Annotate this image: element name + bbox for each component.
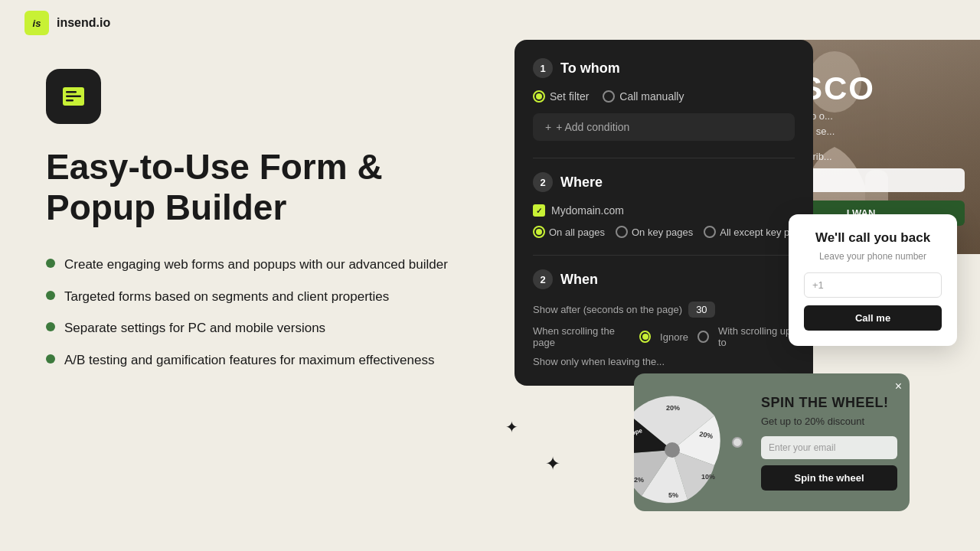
list-item: Create engaging web forms and popups wit… — [46, 256, 475, 274]
logo-icon: is — [24, 11, 49, 35]
add-icon: + — [545, 121, 551, 133]
section-number-2: 2 — [533, 172, 553, 192]
spin-email-placeholder: Enter your email — [769, 442, 835, 453]
features-list: Create engaging web forms and popups wit… — [46, 256, 475, 370]
callback-popup: We'll call you back Leave your phone num… — [789, 214, 957, 346]
pages-radio-row: On all pages On key pages All except key… — [533, 226, 795, 238]
svg-rect-3 — [66, 99, 74, 102]
section-number-3: 2 — [533, 269, 553, 289]
spin-email-input[interactable]: Enter your email — [761, 436, 897, 459]
spin-wheel-svg: 20% 10% 5% 2% Nope 20% — [634, 381, 733, 504]
section-where: 2 Where — [533, 172, 795, 192]
radio-except-icon — [704, 226, 716, 238]
header: is insend.io — [0, 0, 980, 46]
page-option-all[interactable]: On all pages — [533, 226, 605, 238]
checkbox-domain[interactable] — [533, 204, 545, 217]
section-when: 2 When — [533, 269, 795, 289]
svg-text:2%: 2% — [634, 476, 644, 484]
callback-subtitle: Leave your phone number — [804, 251, 942, 262]
radio-key-pages-icon — [616, 226, 628, 238]
list-item: Targeted forms based on segments and cli… — [46, 288, 475, 306]
bullet-icon — [46, 291, 55, 300]
show-after-label: Show after (seconds on the page) — [533, 304, 682, 315]
bullet-icon — [46, 354, 55, 364]
radio-inactive-icon — [603, 90, 615, 103]
scroll-row: When scrolling the page Ignore With scro… — [533, 325, 795, 348]
list-item: Separate settings for PC and mobile vers… — [46, 319, 475, 337]
spin-title: SPIN THE WHEEL! — [761, 395, 897, 411]
svg-text:20%: 20% — [666, 404, 680, 412]
wheel-pin — [732, 437, 743, 448]
svg-rect-1 — [66, 91, 77, 93]
builder-card: 1 To whom Set filter Call manually + + A… — [514, 40, 813, 386]
callback-title: We'll call you back — [804, 230, 942, 246]
bullet-icon — [46, 259, 55, 268]
ignore-label: Ignore — [660, 331, 688, 343]
radio-call-manually[interactable]: Call manually — [603, 90, 684, 103]
scroll-up-label: With scrolling up to — [718, 325, 795, 348]
when-row: Show after (seconds on the page) 30 — [533, 302, 795, 318]
form-icon — [60, 83, 87, 110]
svg-point-13 — [665, 442, 680, 458]
svg-text:5%: 5% — [668, 491, 678, 499]
logo-text: insend.io — [57, 16, 110, 30]
section-number-1: 1 — [533, 58, 553, 78]
add-condition-label: + Add condition — [556, 121, 629, 133]
section-title-1: To whom — [560, 60, 620, 77]
star-deco-2: ✦ — [545, 453, 560, 474]
domain-text: Mydomain.com — [551, 204, 624, 217]
phone-placeholder: +1 — [812, 279, 824, 291]
section-title-2: Where — [560, 174, 603, 191]
add-condition-button[interactable]: + + Add condition — [533, 113, 795, 141]
radio-scrollup-icon — [697, 331, 709, 343]
list-item: A/B testing and gamification features fo… — [46, 351, 475, 370]
star-deco-1: ✦ — [505, 418, 518, 436]
radio-set-filter[interactable]: Set filter — [533, 90, 589, 103]
spin-content: SPIN THE WHEEL! Get up to 20% discount E… — [749, 381, 910, 504]
section-title-3: When — [560, 272, 598, 288]
show-leaving-row: Show only when leaving the... — [533, 356, 795, 367]
left-content: Easy-to-Use Form & Popup Builder Create … — [46, 69, 475, 370]
spin-the-wheel-button[interactable]: Spin the wheel — [761, 465, 897, 491]
radio-label-set-filter: Set filter — [550, 90, 589, 103]
section-to-whom: 1 To whom — [533, 58, 795, 78]
spin-wheel-popup: × 20% 10% 5% 2% Nope — [634, 373, 910, 511]
call-me-button[interactable]: Call me — [804, 305, 942, 331]
page-label-key: On key pages — [632, 227, 693, 238]
radio-ignore-icon — [639, 331, 651, 343]
app-icon — [46, 69, 101, 124]
wheel-container: 20% 10% 5% 2% Nope 20% — [634, 373, 749, 511]
svg-text:10%: 10% — [701, 473, 715, 481]
radio-all-pages-icon — [533, 226, 545, 238]
domain-row: Mydomain.com — [533, 204, 795, 217]
divider-1 — [533, 158, 795, 158]
radio-active-icon — [533, 90, 545, 103]
radio-label-call-manually: Call manually — [619, 90, 684, 103]
seconds-value: 30 — [688, 302, 714, 318]
svg-rect-2 — [66, 96, 81, 98]
close-button[interactable]: × — [895, 380, 902, 393]
radio-group-towhom: Set filter Call manually — [533, 90, 795, 103]
main-title: Easy-to-Use Form & Popup Builder — [46, 147, 475, 228]
scroll-label: When scrolling the page — [533, 325, 630, 348]
bullet-icon — [46, 322, 55, 331]
page-label-all: On all pages — [549, 227, 605, 238]
page-option-key[interactable]: On key pages — [616, 226, 693, 238]
divider-2 — [533, 255, 795, 256]
show-leaving-label: Show only when leaving the... — [533, 356, 665, 367]
spin-subtitle: Get up to 20% discount — [761, 416, 897, 427]
phone-input[interactable]: +1 — [804, 272, 942, 298]
